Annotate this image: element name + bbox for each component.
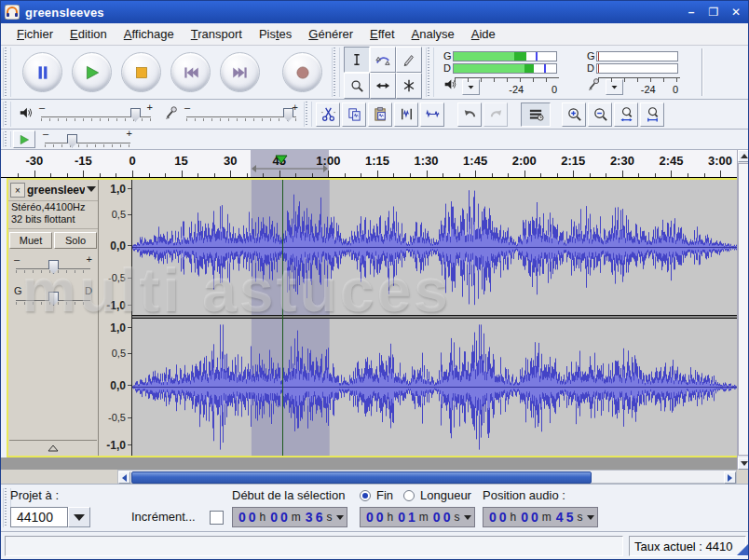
zoom-selection-button[interactable] <box>614 102 638 127</box>
stop-button[interactable] <box>121 52 161 92</box>
scroll-left-icon[interactable] <box>118 471 130 484</box>
track-collapse-button[interactable] <box>9 440 97 455</box>
draw-tool-button[interactable] <box>396 47 422 73</box>
toolbar-grip[interactable] <box>3 48 11 97</box>
mute-button[interactable]: Muet <box>9 232 52 249</box>
maximize-button[interactable]: ❐ <box>705 4 722 20</box>
track-name[interactable]: greensleev <box>27 184 85 197</box>
menu-effet[interactable]: Effet <box>361 25 403 43</box>
skip-start-button[interactable] <box>170 52 211 92</box>
playhead-triangle-icon[interactable] <box>275 151 288 168</box>
zoom-in-button[interactable] <box>562 102 586 127</box>
selection-tool-button[interactable] <box>344 47 370 73</box>
record-button[interactable] <box>282 52 322 92</box>
menu-generer[interactable]: Générer <box>300 25 361 43</box>
menu-edition[interactable]: Edition <box>61 25 116 43</box>
toolbar-grip[interactable] <box>426 48 434 97</box>
resize-grip[interactable] <box>737 543 749 555</box>
snap-checkbox[interactable] <box>210 511 224 525</box>
pause-button[interactable] <box>22 52 62 92</box>
title-bar[interactable]: greensleeves – ❐ ✕ <box>1 1 749 23</box>
track-pan-slider[interactable]: G D <box>16 289 90 313</box>
close-button[interactable]: ✕ <box>728 4 744 20</box>
tools-toolbar <box>344 47 422 99</box>
copy-button[interactable] <box>342 102 366 127</box>
playhead-cursor <box>282 180 283 456</box>
timeline-label: 2:30 <box>610 154 634 168</box>
undo-button[interactable] <box>457 102 482 127</box>
waveform-view[interactable] <box>132 180 737 456</box>
menu-aide[interactable]: Aide <box>463 25 504 43</box>
menu-transport[interactable]: Transport <box>183 25 251 43</box>
scale-label: 0,5 <box>112 348 126 359</box>
timeshift-tool-button[interactable] <box>370 73 396 99</box>
play-button[interactable] <box>72 52 112 92</box>
scale-label: -0,5 <box>108 272 126 283</box>
silence-button[interactable] <box>420 102 444 127</box>
audio-position-field[interactable]: 00h 00m 45s <box>483 507 598 527</box>
meter-bar <box>453 51 557 61</box>
selection-start-field[interactable]: 00h 00m 36s <box>232 507 347 527</box>
vertical-scale-ruler[interactable]: 1,00,50,0-0,5-1,01,00,50,0-0,5-1,0 <box>99 180 132 456</box>
vertical-scroll-thumb[interactable] <box>738 163 749 456</box>
track-menu-chevron-down-icon[interactable] <box>87 186 96 192</box>
scroll-up-icon[interactable] <box>738 150 749 162</box>
menu-fichier[interactable]: Fichier <box>8 25 61 43</box>
timeline-label: 15 <box>174 154 187 168</box>
cut-button[interactable] <box>316 102 340 127</box>
scale-label: 0,0 <box>110 239 126 253</box>
track-gain-slider[interactable]: – + <box>16 257 90 281</box>
timeline-label: 2:15 <box>561 154 585 168</box>
horizontal-scrollbar-row <box>1 470 749 484</box>
timeline-label: 2:00 <box>512 154 537 168</box>
paste-button[interactable] <box>368 102 392 127</box>
timeline-label: 2:45 <box>659 154 683 168</box>
vertical-scrollbar[interactable] <box>737 150 749 470</box>
selection-end-field[interactable]: 00h 01m 00s <box>360 507 475 527</box>
scroll-down-icon[interactable] <box>738 458 749 470</box>
input-volume-slider[interactable]: –+ <box>186 105 296 124</box>
menu-pistes[interactable]: Pistes <box>251 25 300 43</box>
recording-meter[interactable]: GD-240 <box>585 48 699 97</box>
minimize-button[interactable]: – <box>683 4 700 20</box>
redo-button[interactable] <box>483 102 508 127</box>
playback-speed-slider[interactable]: –+ <box>45 131 130 148</box>
transcription-toolbar: –+ <box>1 130 749 150</box>
multi-tool-button[interactable] <box>396 73 422 99</box>
end-radio-label: Fin <box>376 488 393 502</box>
waveform-right-channel[interactable] <box>132 319 737 456</box>
toolbar-grip[interactable] <box>332 48 340 97</box>
toolbar-grip[interactable] <box>3 131 11 147</box>
horizontal-scrollbar[interactable] <box>117 470 737 484</box>
output-volume-slider[interactable]: –+ <box>41 105 151 124</box>
project-rate-label: Projet à : <box>10 488 59 502</box>
zoom-out-button[interactable] <box>588 102 612 127</box>
menu-affichage[interactable]: Affichage <box>116 25 183 43</box>
envelope-tool-button[interactable] <box>370 47 396 73</box>
toolbar-grip[interactable] <box>3 102 11 127</box>
waveform-left-channel[interactable] <box>132 180 737 315</box>
horizontal-scroll-thumb[interactable] <box>131 471 592 484</box>
toolbar-grip[interactable] <box>304 102 312 127</box>
playback-meter[interactable]: GD-240 <box>442 48 579 97</box>
project-rate-value[interactable]: 44100 <box>10 507 68 527</box>
trim-button[interactable] <box>394 102 418 127</box>
sync-lock-button[interactable] <box>521 102 551 127</box>
play-at-speed-button[interactable] <box>13 130 35 148</box>
zoom-fit-button[interactable] <box>640 102 664 127</box>
scale-label: 1,0 <box>110 183 126 196</box>
length-radio-label: Longueur <box>420 488 471 502</box>
menu-analyse[interactable]: Analyse <box>403 25 463 43</box>
skip-end-button[interactable] <box>220 52 260 92</box>
scroll-right-icon[interactable] <box>724 471 736 484</box>
timeline-label: 0 <box>129 154 135 168</box>
field-chevron-down-icon <box>587 515 594 520</box>
project-rate-chevron-down-icon[interactable] <box>68 507 90 527</box>
zoom-tool-button[interactable] <box>344 73 370 99</box>
length-radio[interactable] <box>403 490 415 501</box>
track-close-icon[interactable]: × <box>10 183 25 198</box>
solo-button[interactable]: Solo <box>54 232 97 249</box>
timeline-label: 1:15 <box>365 154 389 168</box>
timeline-ruler[interactable]: -30-1501530451:001:151:301:452:002:152:3… <box>1 150 737 178</box>
end-radio[interactable] <box>360 490 371 501</box>
